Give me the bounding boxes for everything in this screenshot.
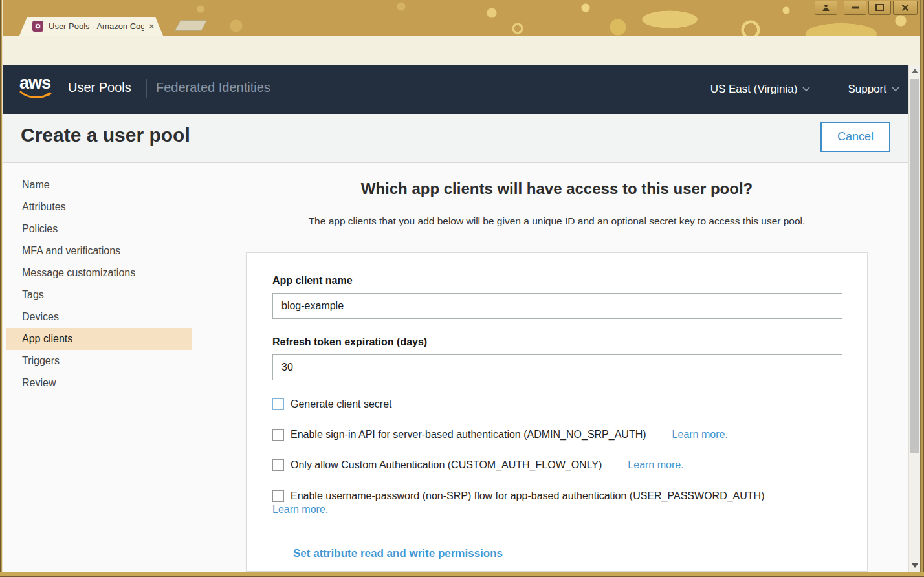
scrollbar-thumb[interactable] xyxy=(910,79,919,453)
admin-no-srp-label: Enable sign-in API for server-based auth… xyxy=(291,429,646,441)
region-label: US East (Virginia) xyxy=(710,83,798,96)
admin-no-srp-checkbox[interactable] xyxy=(272,429,284,441)
app-client-name-label: App client name xyxy=(272,275,353,287)
minimize-button[interactable] xyxy=(844,1,866,15)
browser-window: User Pools - Amazon Cog × xyxy=(0,0,924,577)
browser-toolbar: Secure https://console.aws.amazon.com/co… xyxy=(0,36,924,65)
person-icon xyxy=(822,3,830,12)
support-menu[interactable]: Support xyxy=(848,83,899,96)
admin-no-srp-learn-more-link[interactable]: Learn more. xyxy=(672,429,728,441)
aws-logo[interactable]: aws xyxy=(19,75,57,103)
nav-user-pools[interactable]: User Pools xyxy=(68,80,131,95)
window-titlebar: User Pools - Amazon Cog × xyxy=(0,0,924,36)
custom-auth-checkbox[interactable] xyxy=(272,459,284,471)
scroll-down-icon[interactable] xyxy=(912,563,918,568)
cancel-button[interactable]: Cancel xyxy=(820,122,890,152)
maximize-icon xyxy=(875,4,884,11)
window-border-bottom xyxy=(0,572,924,577)
support-label: Support xyxy=(848,83,886,96)
section-description: The app clients that you add below will … xyxy=(246,215,868,227)
aws-smile-icon xyxy=(19,91,53,100)
set-attribute-permissions-link[interactable]: Set attribute read and write permissions xyxy=(293,547,503,560)
section-heading: Which app clients will have access to th… xyxy=(246,180,868,198)
nav-federated-identities[interactable]: Federated Identities xyxy=(156,80,270,95)
close-icon xyxy=(901,4,909,12)
vertical-scrollbar[interactable] xyxy=(908,65,920,572)
tab-title: User Pools - Amazon Cog xyxy=(49,21,144,31)
sidebar-item-mfa[interactable]: MFA and verifications xyxy=(6,240,192,262)
chevron-down-icon xyxy=(892,87,899,92)
user-password-auth-label: Enable username-password (non-SRP) flow … xyxy=(291,490,764,502)
page-title: Create a user pool xyxy=(21,124,190,146)
window-border-right xyxy=(920,0,924,577)
tab-close-icon[interactable]: × xyxy=(149,21,154,31)
wizard-sidebar: Name Attributes Policies MFA and verific… xyxy=(0,174,220,394)
sidebar-item-name[interactable]: Name xyxy=(6,174,192,196)
sidebar-item-message-customizations[interactable]: Message customizations xyxy=(6,262,192,284)
aws-logo-text: aws xyxy=(19,75,57,91)
sidebar-item-review[interactable]: Review xyxy=(6,372,192,394)
sidebar-item-triggers[interactable]: Triggers xyxy=(6,350,192,372)
scroll-up-icon[interactable] xyxy=(912,69,918,73)
page-header: Create a user pool Cancel xyxy=(0,114,924,163)
sidebar-item-devices[interactable]: Devices xyxy=(6,306,192,328)
minimize-icon xyxy=(852,6,859,9)
profile-button[interactable] xyxy=(815,1,837,15)
cognito-favicon-icon xyxy=(32,21,43,32)
app-client-name-input[interactable] xyxy=(272,293,842,319)
sidebar-item-policies[interactable]: Policies xyxy=(6,218,192,240)
generate-secret-label: Generate client secret xyxy=(291,398,392,410)
region-selector[interactable]: US East (Virginia) xyxy=(710,83,811,96)
user-password-auth-learn-more-link[interactable]: Learn more. xyxy=(272,504,328,516)
sidebar-item-attributes[interactable]: Attributes xyxy=(6,196,192,218)
custom-auth-learn-more-link[interactable]: Learn more. xyxy=(628,459,683,471)
aws-nav-bar: aws User Pools Federated Identities US E… xyxy=(0,65,924,114)
browser-tab[interactable]: User Pools - Amazon Cog × xyxy=(19,17,163,36)
user-password-auth-checkbox[interactable] xyxy=(272,490,284,502)
window-border-left xyxy=(0,0,3,577)
chevron-down-icon xyxy=(802,87,810,92)
generate-secret-checkbox[interactable] xyxy=(272,398,284,410)
close-button[interactable] xyxy=(893,1,918,15)
refresh-token-input[interactable] xyxy=(272,354,842,380)
sidebar-item-tags[interactable]: Tags xyxy=(6,284,192,306)
maximize-button[interactable] xyxy=(868,1,891,15)
nav-divider xyxy=(146,79,147,98)
app-client-card: App client name Refresh token expiration… xyxy=(246,252,868,572)
new-tab-button[interactable] xyxy=(174,20,207,31)
custom-auth-label: Only allow Custom Authentication (CUSTOM… xyxy=(291,459,602,471)
refresh-token-label: Refresh token expiration (days) xyxy=(272,336,427,348)
sidebar-item-app-clients[interactable]: App clients xyxy=(6,328,192,350)
